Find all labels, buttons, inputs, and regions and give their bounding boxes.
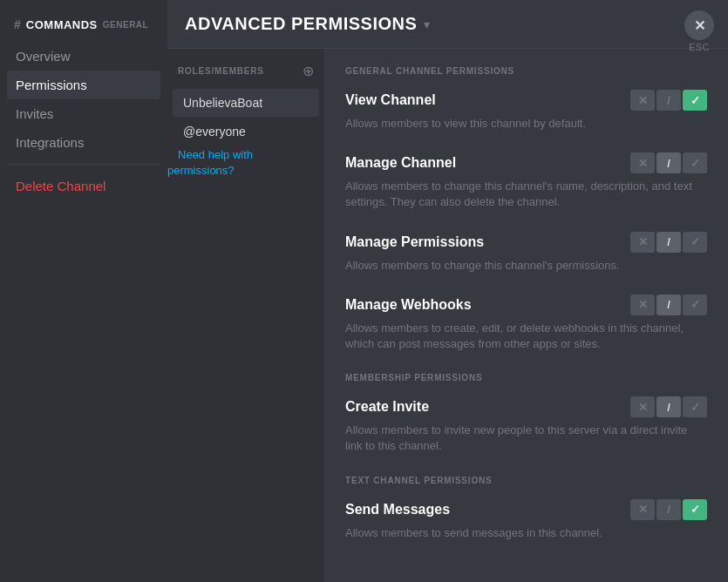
send-messages-toggles: ✕ / ✓ bbox=[630, 499, 707, 520]
permission-manage-channel: Manage Channel ✕ / ✓ Allows members to c… bbox=[345, 152, 707, 210]
manage-channel-deny[interactable]: ✕ bbox=[630, 152, 655, 173]
permission-manage-channel-row: Manage Channel ✕ / ✓ bbox=[345, 152, 707, 173]
permissions-panel: GENERAL CHANNEL PERMISSIONS View Channel… bbox=[324, 49, 728, 582]
main-content: ADVANCED PERMISSIONS ▾ ✕ ESC ROLES/MEMBE… bbox=[167, 0, 728, 582]
sidebar: # COMMANDS GENERAL Overview Permissions … bbox=[0, 0, 167, 582]
channel-name: COMMANDS bbox=[26, 18, 98, 31]
manage-webhooks-toggles: ✕ / ✓ bbox=[630, 294, 707, 315]
view-channel-name: View Channel bbox=[345, 92, 436, 108]
manage-permissions-neutral[interactable]: / bbox=[657, 232, 681, 253]
create-invite-toggles: ✕ / ✓ bbox=[630, 396, 707, 417]
membership-section-label: MEMBERSHIP PERMISSIONS bbox=[345, 373, 707, 382]
manage-permissions-name: Manage Permissions bbox=[345, 234, 484, 250]
main-header: ADVANCED PERMISSIONS ▾ bbox=[167, 0, 728, 49]
role-item-unbelievaboat[interactable]: UnbelievaBoat bbox=[173, 89, 319, 117]
content-area: ROLES/MEMBERS ⊕ UnbelievaBoat @everyone … bbox=[167, 49, 728, 582]
sidebar-divider bbox=[7, 164, 160, 165]
manage-webhooks-desc: Allows members to create, edit, or delet… bbox=[345, 321, 707, 352]
channel-hash: # bbox=[14, 17, 21, 31]
close-icon[interactable]: ✕ bbox=[684, 10, 714, 40]
sidebar-item-overview[interactable]: Overview bbox=[7, 42, 160, 71]
create-invite-allow[interactable]: ✓ bbox=[683, 396, 707, 417]
view-channel-allow[interactable]: ✓ bbox=[683, 90, 707, 111]
permission-manage-permissions-row: Manage Permissions ✕ / ✓ bbox=[345, 232, 707, 253]
permission-manage-webhooks: Manage Webhooks ✕ / ✓ Allows members to … bbox=[345, 294, 707, 352]
roles-members-header: ROLES/MEMBERS ⊕ bbox=[167, 59, 324, 88]
view-channel-desc: Allows members to view this channel by d… bbox=[345, 116, 707, 132]
view-channel-toggles: ✕ / ✓ bbox=[630, 90, 707, 111]
chevron-down-icon[interactable]: ▾ bbox=[424, 17, 430, 31]
create-invite-deny[interactable]: ✕ bbox=[630, 396, 655, 417]
roles-members-label: ROLES/MEMBERS bbox=[178, 66, 264, 76]
send-messages-neutral[interactable]: / bbox=[657, 499, 681, 520]
sidebar-item-permissions[interactable]: Permissions bbox=[7, 71, 160, 99]
permission-create-invite-row: Create Invite ✕ / ✓ bbox=[345, 396, 707, 417]
manage-webhooks-allow[interactable]: ✓ bbox=[683, 294, 707, 315]
permission-create-invite: Create Invite ✕ / ✓ Allows members to in… bbox=[345, 396, 707, 454]
manage-permissions-toggles: ✕ / ✓ bbox=[630, 232, 707, 253]
sidebar-header: # COMMANDS GENERAL bbox=[7, 10, 160, 42]
help-permissions-link[interactable]: Need help with permissions? bbox=[167, 138, 253, 177]
roles-members-panel: ROLES/MEMBERS ⊕ UnbelievaBoat @everyone … bbox=[167, 49, 324, 582]
create-invite-desc: Allows members to invite new people to t… bbox=[345, 423, 707, 454]
channel-sub-label: GENERAL bbox=[103, 20, 148, 30]
esc-button[interactable]: ✕ ESC bbox=[684, 10, 714, 52]
send-messages-desc: Allows members to send messages in this … bbox=[345, 525, 707, 541]
sidebar-item-integrations[interactable]: Integrations bbox=[7, 128, 160, 157]
view-channel-deny[interactable]: ✕ bbox=[630, 90, 655, 111]
text-section-label: TEXT CHANNEL PERMISSIONS bbox=[345, 476, 707, 485]
permission-send-messages: Send Messages ✕ / ✓ Allows members to se… bbox=[345, 499, 707, 541]
manage-channel-name: Manage Channel bbox=[345, 155, 456, 171]
general-section-label: GENERAL CHANNEL PERMISSIONS bbox=[345, 66, 707, 76]
create-invite-name: Create Invite bbox=[345, 399, 429, 415]
send-messages-deny[interactable]: ✕ bbox=[630, 499, 655, 520]
page-title: ADVANCED PERMISSIONS bbox=[185, 14, 417, 34]
manage-permissions-deny[interactable]: ✕ bbox=[630, 232, 655, 253]
manage-permissions-desc: Allows members to change this channel's … bbox=[345, 258, 707, 274]
permission-manage-webhooks-row: Manage Webhooks ✕ / ✓ bbox=[345, 294, 707, 315]
manage-webhooks-deny[interactable]: ✕ bbox=[630, 294, 655, 315]
delete-channel-button[interactable]: Delete Channel bbox=[7, 172, 160, 200]
manage-channel-allow[interactable]: ✓ bbox=[683, 152, 707, 173]
manage-permissions-allow[interactable]: ✓ bbox=[683, 232, 707, 253]
membership-section-spacer: MEMBERSHIP PERMISSIONS bbox=[345, 373, 707, 382]
manage-channel-neutral[interactable]: / bbox=[657, 152, 681, 173]
create-invite-neutral[interactable]: / bbox=[657, 396, 681, 417]
sidebar-item-invites[interactable]: Invites bbox=[7, 99, 160, 128]
manage-webhooks-name: Manage Webhooks bbox=[345, 297, 472, 313]
manage-channel-toggles: ✕ / ✓ bbox=[630, 152, 707, 173]
permission-manage-permissions: Manage Permissions ✕ / ✓ Allows members … bbox=[345, 232, 707, 274]
manage-webhooks-neutral[interactable]: / bbox=[657, 294, 681, 315]
permission-view-channel: View Channel ✕ / ✓ Allows members to vie… bbox=[345, 90, 707, 132]
view-channel-neutral[interactable]: / bbox=[657, 90, 681, 111]
permission-send-messages-row: Send Messages ✕ / ✓ bbox=[345, 499, 707, 520]
add-role-icon[interactable]: ⊕ bbox=[303, 63, 314, 79]
text-section-spacer: TEXT CHANNEL PERMISSIONS bbox=[345, 476, 707, 485]
esc-label: ESC bbox=[689, 42, 710, 52]
permission-view-channel-row: View Channel ✕ / ✓ bbox=[345, 90, 707, 111]
manage-channel-desc: Allows members to change this channel's … bbox=[345, 179, 707, 210]
send-messages-allow[interactable]: ✓ bbox=[683, 499, 707, 520]
send-messages-name: Send Messages bbox=[345, 502, 450, 518]
